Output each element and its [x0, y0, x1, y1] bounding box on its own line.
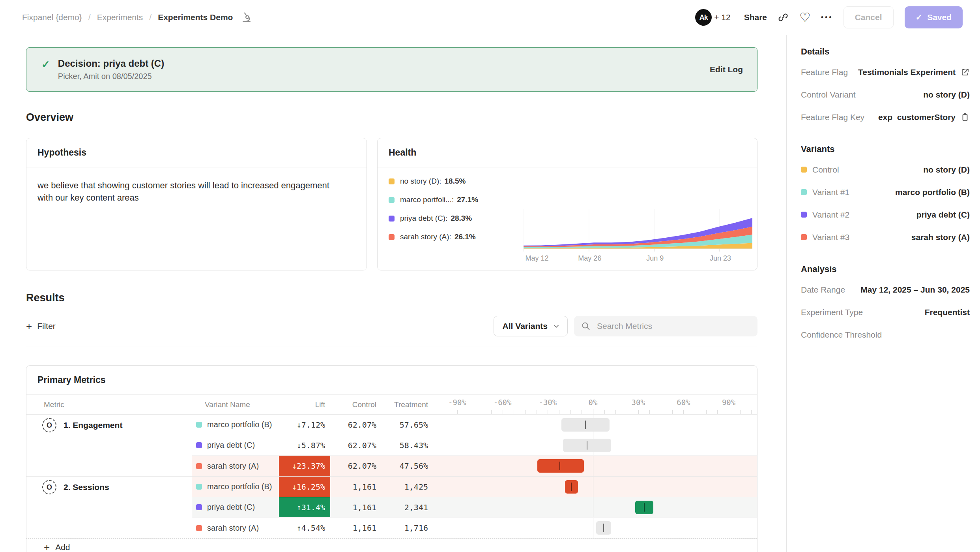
variant-cell: priya debt (C) — [192, 435, 279, 455]
sidebar-row-value: sarah story (A) — [911, 233, 970, 242]
metric-variant-row[interactable]: marco portfolio (B)↓16.25%1,1611,425 — [192, 477, 757, 497]
x-axis-label: Jun 23 — [710, 254, 731, 262]
sidebar-row-label: Control — [812, 165, 839, 175]
confidence-interval-bar — [565, 480, 578, 494]
metric-variant-row[interactable]: sarah story (A)↓23.37%62.07%47.56% — [192, 456, 757, 476]
sidebar-row-value: exp_customerStory — [878, 113, 956, 122]
avatar[interactable]: Ak — [695, 9, 712, 26]
hypothesis-card-title: Hypothesis — [26, 138, 367, 167]
health-area-chart: May 12May 26Jun 9Jun 23 — [524, 205, 752, 265]
add-metric-label: Add — [55, 543, 70, 552]
metrics-table-body: O1. Engagementmarco portfolio (B)↓7.12%6… — [26, 415, 757, 538]
sidebar-section: AnalysisDate RangeMay 12, 2025 – Jun 30,… — [801, 264, 970, 346]
metric-rows: marco portfolio (B)↓16.25%1,1611,425priy… — [192, 477, 757, 538]
axis-minor-tick — [615, 410, 616, 414]
metric-cell: O2. Sessions — [26, 477, 192, 538]
copy-link-icon[interactable] — [777, 11, 789, 23]
sidebar-row: Variant #2priya debt (C) — [801, 203, 970, 226]
decision-subtitle: Picker, Amit on 08/05/2025 — [58, 72, 164, 81]
lift-value: ↓23.37% — [279, 456, 330, 476]
metric-rows: marco portfolio (B)↓7.12%62.07%57.65%pri… — [192, 415, 757, 476]
sidebar-row: Controlno story (D) — [801, 158, 970, 181]
axis-minor-tick — [457, 410, 458, 414]
metric-group: O1. Engagementmarco portfolio (B)↓7.12%6… — [26, 415, 757, 476]
legend-label: sarah story (A): — [400, 233, 451, 241]
metric-variant-row[interactable]: marco portfolio (B)↓7.12%62.07%57.65% — [192, 415, 757, 435]
breadcrumb-item[interactable]: Fixpanel {demo} — [22, 13, 82, 22]
health-card: Health no story (D):18.5%marco portfoli.… — [377, 138, 757, 270]
column-header-control: Control — [330, 395, 380, 414]
treatment-value: 57.65% — [380, 415, 431, 435]
sidebar-section: VariantsControlno story (D)Variant #1mar… — [801, 144, 970, 248]
variant-swatch — [801, 167, 807, 173]
axis-minor-tick — [570, 410, 571, 414]
metric-variant-row[interactable]: sarah story (A)↑4.54%1,1611,716 — [192, 518, 757, 538]
main-content: ✓ Decision: priya debt (C) Picker, Amit … — [0, 35, 786, 552]
legend-label: priya debt (C): — [400, 214, 447, 223]
metric-variant-row[interactable]: priya debt (C)↓5.87%62.07%58.43% — [192, 435, 757, 456]
topbar-actions: Ak + 12 Share ♡ ••• Cancel ✓ Saved — [695, 6, 963, 28]
lift-value: ↑31.4% — [279, 497, 330, 517]
saved-button[interactable]: ✓ Saved — [905, 6, 963, 28]
axis-minor-tick — [638, 410, 639, 414]
zero-baseline — [593, 497, 593, 517]
all-variants-dropdown[interactable]: All Variants — [494, 316, 568, 336]
metric-variant-row[interactable]: priya debt (C)↑31.4%1,1612,341 — [192, 497, 757, 518]
axis-minor-tick — [525, 410, 526, 414]
metric-header[interactable]: O1. Engagement — [26, 415, 192, 432]
axis-minor-tick — [548, 410, 548, 414]
lift-marker — [585, 421, 586, 429]
sidebar-row-label: Confidence Threshold — [801, 330, 882, 340]
metric-header[interactable]: O2. Sessions — [26, 477, 192, 494]
clipboard-icon[interactable] — [960, 113, 970, 122]
metrics-table-header: Metric Variant Name Lift Control Treatme… — [26, 395, 757, 415]
breadcrumb-item[interactable]: Experiments Demo — [158, 13, 233, 22]
sidebar-row-label: Variant #3 — [812, 233, 849, 242]
axis-minor-tick — [683, 410, 684, 414]
add-filter-button[interactable]: + Filter — [26, 321, 56, 331]
health-card-title: Health — [378, 138, 757, 167]
edit-log-button[interactable]: Edit Log — [710, 65, 743, 74]
decision-check-icon: ✓ — [41, 58, 50, 71]
check-icon: ✓ — [916, 13, 923, 22]
details-sidebar-sections: DetailsFeature FlagTestimonials Experime… — [801, 47, 970, 346]
confidence-interval-bar — [596, 521, 611, 535]
variant-name: sarah story (A) — [207, 462, 259, 471]
x-axis-label: May 26 — [578, 254, 601, 262]
control-value: 1,161 — [330, 477, 380, 497]
ci-axis-header: -90%-60%-30%0%30%60%90% — [431, 395, 757, 414]
sidebar-row: Variant #3sarah story (A) — [801, 226, 970, 248]
variant-swatch — [196, 504, 202, 510]
axis-tick-label: 60% — [677, 398, 690, 407]
share-button[interactable]: Share — [744, 13, 767, 22]
avatar-group[interactable]: Ak + 12 — [695, 9, 730, 26]
variant-cell: marco portfolio (B) — [192, 477, 279, 497]
sidebar-section-heading: Variants — [801, 144, 970, 154]
x-axis-label: Jun 9 — [646, 254, 664, 262]
control-value: 62.07% — [330, 415, 380, 435]
favorite-heart-icon[interactable]: ♡ — [799, 11, 811, 24]
axis-minor-tick — [717, 410, 718, 414]
axis-minor-tick — [627, 410, 627, 414]
sidebar-row-label: Feature Flag Key — [801, 113, 864, 122]
search-metrics-input[interactable] — [574, 316, 757, 336]
cancel-button[interactable]: Cancel — [843, 6, 894, 28]
column-header-treatment: Treatment — [380, 395, 431, 414]
control-value: 62.07% — [330, 456, 380, 476]
avatar-overflow-count[interactable]: + 12 — [714, 13, 730, 22]
treatment-value: 58.43% — [380, 435, 431, 455]
legend-swatch — [389, 178, 395, 184]
external-link-icon[interactable] — [960, 68, 970, 77]
variant-swatch — [801, 234, 807, 240]
breadcrumb: Fixpanel {demo}/Experiments/Experiments … — [22, 11, 252, 23]
sidebar-row-label: Variant #1 — [812, 188, 849, 197]
details-sidebar: DetailsFeature FlagTestimonials Experime… — [786, 35, 980, 552]
more-options-button[interactable]: ••• — [821, 13, 833, 22]
axis-tick-label: -60% — [494, 398, 512, 407]
confidence-interval-cell — [431, 415, 757, 435]
axis-minor-tick — [706, 410, 707, 414]
sidebar-row: Date RangeMay 12, 2025 – Jun 30, 2025 — [801, 278, 970, 301]
variant-name: priya debt (C) — [207, 441, 255, 450]
breadcrumb-item[interactable]: Experiments — [97, 13, 143, 22]
add-metric-button[interactable]: + Add — [26, 538, 757, 552]
